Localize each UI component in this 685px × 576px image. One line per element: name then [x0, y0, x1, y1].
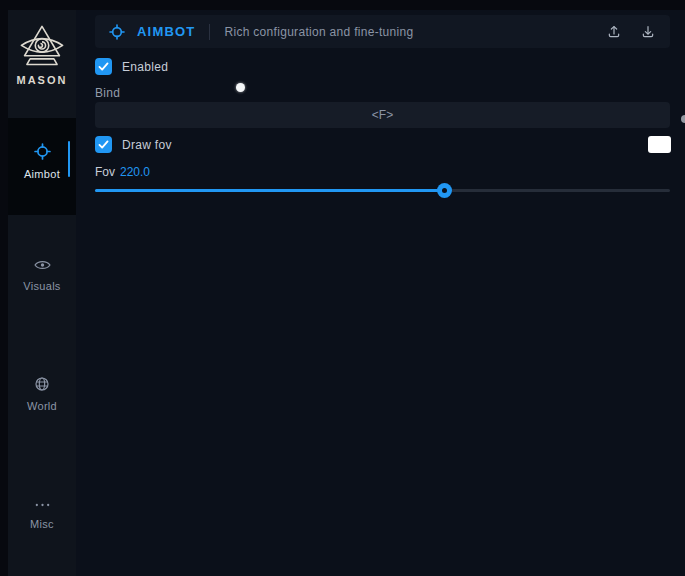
- sidebar-item-visuals[interactable]: Visuals: [8, 258, 76, 292]
- page-header: AIMBOT Rich configuration and fine-tunin…: [95, 15, 670, 48]
- ellipsis-icon: [8, 496, 76, 514]
- sidebar: MASON Aimbot Visuals: [8, 10, 76, 576]
- fov-color-swatch[interactable]: [648, 136, 671, 153]
- download-config-button[interactable]: [640, 24, 656, 40]
- fov-value: 220.0: [120, 165, 150, 179]
- eye-icon: [8, 258, 76, 276]
- sidebar-item-label: World: [8, 400, 76, 412]
- upload-config-button[interactable]: [606, 24, 622, 40]
- enabled-label: Enabled: [122, 60, 168, 74]
- bind-label: Bind: [95, 86, 120, 100]
- globe-icon: [8, 376, 76, 396]
- logo-text: MASON: [8, 74, 76, 86]
- page-title: AIMBOT: [137, 24, 195, 39]
- crosshair-icon: [109, 24, 125, 40]
- fov-slider-fill: [95, 189, 444, 192]
- sidebar-item-world[interactable]: World: [8, 376, 76, 412]
- bind-input[interactable]: <F>: [95, 102, 670, 128]
- sidebar-item-misc[interactable]: Misc: [8, 496, 76, 530]
- sidebar-item-label: Visuals: [8, 280, 76, 292]
- cursor-dot: [236, 83, 245, 92]
- draw-fov-checkbox[interactable]: [95, 136, 112, 153]
- fov-label-row: Fov220.0: [95, 165, 150, 179]
- fov-slider[interactable]: [95, 187, 670, 195]
- header-divider: [209, 24, 210, 40]
- draw-fov-label: Draw fov: [122, 138, 172, 152]
- check-icon: [98, 62, 109, 71]
- crosshair-icon: [8, 143, 76, 164]
- draw-fov-row: Draw fov: [95, 136, 172, 153]
- enabled-checkbox[interactable]: [95, 58, 112, 75]
- main-panel: AIMBOT Rich configuration and fine-tunin…: [76, 10, 685, 576]
- sidebar-item-label: Misc: [8, 518, 76, 530]
- app-logo: MASON: [8, 24, 76, 86]
- sidebar-item-aimbot[interactable]: Aimbot: [8, 143, 76, 180]
- sidebar-item-label: Aimbot: [8, 168, 76, 180]
- check-icon: [98, 140, 109, 149]
- enabled-row: Enabled: [95, 58, 168, 75]
- fov-slider-handle[interactable]: [437, 183, 452, 198]
- pyramid-eye-icon: [8, 24, 76, 70]
- cursor-dot-secondary: [681, 115, 685, 123]
- page-subtitle: Rich configuration and fine-tuning: [224, 25, 588, 39]
- fov-label: Fov: [95, 165, 115, 179]
